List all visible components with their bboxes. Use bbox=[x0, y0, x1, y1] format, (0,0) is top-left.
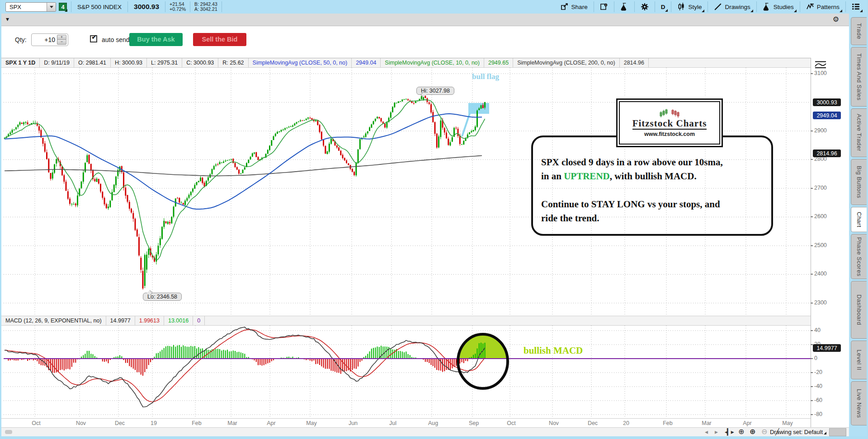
w-pattern-icon bbox=[806, 3, 814, 11]
sma50-label[interactable]: SimpleMovingAvg (CLOSE, 50, 0, no) bbox=[249, 58, 352, 67]
pan-left-icon[interactable]: ◂ bbox=[705, 428, 708, 435]
menu-button[interactable] bbox=[850, 3, 862, 11]
zoom-out-icon[interactable]: ⊖ bbox=[761, 427, 767, 436]
sidebar-tab-times-and-sales[interactable]: Times And Sales bbox=[851, 47, 867, 107]
flask-icon bbox=[763, 3, 771, 11]
time-axis-label: Nov bbox=[544, 420, 564, 426]
sidebar-tab-level-ii[interactable]: Level II bbox=[851, 341, 867, 379]
tests-button[interactable] bbox=[618, 3, 630, 11]
sell-the-bid-button[interactable]: Sell the Bid bbox=[193, 33, 246, 46]
settings-button[interactable] bbox=[639, 3, 651, 11]
sidebar-tab-dashboard[interactable]: Dashboard bbox=[851, 281, 867, 339]
sma200-label[interactable]: SimpleMovingAvg (CLOSE, 200, 0, no) bbox=[513, 58, 620, 67]
index-name: S&P 500 INDEX bbox=[75, 4, 123, 10]
sidebar-tab-phase-scores[interactable]: Phase Scores bbox=[851, 234, 867, 279]
window-border-bottom bbox=[0, 436, 868, 439]
sidebar-tab-live-news[interactable]: Live News bbox=[851, 381, 867, 425]
auto-scale-icon[interactable] bbox=[814, 61, 827, 69]
price-axis-badge: 2949.04 bbox=[813, 112, 841, 119]
time-axis-label: Nov bbox=[71, 420, 91, 426]
axis-tick bbox=[811, 358, 813, 359]
auto-send-checkbox[interactable]: ✔ bbox=[90, 35, 97, 42]
last-price: 3000.93 bbox=[132, 3, 161, 11]
corner-fold-icon bbox=[65, 9, 67, 12]
time-axis-label: May bbox=[302, 420, 321, 426]
time-axis-label: Jun bbox=[343, 420, 363, 426]
time-axis-label: Dec bbox=[110, 420, 130, 426]
axis-tick-label: -80 bbox=[814, 411, 822, 417]
axis-tick-label: -20 bbox=[814, 369, 822, 375]
order-entry-row: Qty: +10 + − ✔ auto send Buy the Ask Sel… bbox=[1, 26, 849, 54]
time-axis-label: Oct bbox=[501, 420, 521, 426]
uptrend-highlight: UPTREND bbox=[564, 171, 610, 182]
patterns-button[interactable]: Patterns bbox=[804, 3, 841, 11]
sidebar-tab-big-buttons[interactable]: Big Buttons bbox=[851, 159, 867, 205]
chevron-down-icon bbox=[50, 6, 53, 8]
axis-tick-label: 2600 bbox=[814, 213, 827, 220]
corner-fold-icon bbox=[702, 9, 704, 12]
axis-tick-label: 0 bbox=[814, 355, 817, 361]
style-button[interactable]: Style bbox=[675, 3, 703, 11]
open-cell: O: 2981.41 bbox=[74, 58, 111, 67]
drawing-set-selector[interactable]: Drawing set: Default bbox=[770, 429, 823, 435]
symbol-value: SPX bbox=[6, 4, 47, 10]
macd-zero-value: 0 bbox=[193, 316, 205, 325]
scroll-nub[interactable] bbox=[5, 430, 12, 434]
corner-fold-icon bbox=[665, 9, 668, 12]
macd-chart-canvas[interactable] bbox=[4, 326, 811, 418]
symbol-combo[interactable]: SPX bbox=[5, 2, 56, 12]
gear-icon[interactable]: ⚙ bbox=[833, 15, 839, 23]
sma10-value: 2949.65 bbox=[484, 58, 513, 67]
macd-study-label[interactable]: MACD (12, 26, 9, EXPONENTIAL, no) bbox=[1, 316, 106, 325]
checkmark-icon: ✔ bbox=[91, 33, 97, 41]
qty-label: Qty: bbox=[15, 36, 27, 43]
axis-tick-label: 2400 bbox=[814, 271, 827, 277]
time-axis-label: Apr bbox=[737, 420, 757, 426]
sidebar-tab-active-trader[interactable]: Active Trader bbox=[851, 108, 867, 157]
time-axis-label: 20 bbox=[616, 420, 636, 426]
sidebar-tab-trade[interactable]: Trade bbox=[851, 17, 867, 45]
linked-group-badge[interactable]: 4 bbox=[59, 3, 67, 11]
time-axis-row[interactable]: OctNovDec19FebMarAprMayJunJulAugSepOctNo… bbox=[1, 418, 811, 427]
flask-icon bbox=[620, 3, 628, 11]
qty-input[interactable]: +10 + − bbox=[31, 33, 68, 46]
top-toolbar: SPX 4 S&P 500 INDEX 3000.93 +21.54 +0.72… bbox=[0, 0, 868, 14]
sidebar-tab-chart[interactable]: Chart bbox=[851, 207, 867, 232]
share-button[interactable]: Share bbox=[559, 3, 590, 11]
gear-icon bbox=[641, 3, 649, 11]
ask-value: A: 3042.21 bbox=[194, 7, 217, 12]
low-cell: L: 2975.31 bbox=[147, 58, 182, 67]
axis-tick bbox=[811, 188, 813, 189]
note-info-icon: i bbox=[600, 3, 608, 11]
zoom-in-icon[interactable]: ⊕ bbox=[750, 427, 755, 436]
bull-flag-annotation[interactable]: bull flag bbox=[472, 72, 499, 81]
time-axis-label: Oct bbox=[26, 420, 46, 426]
axis-tick-label: -40 bbox=[814, 383, 822, 389]
price-axis-badge: 14.9977 bbox=[813, 344, 841, 352]
pan-right-icon[interactable]: ▸ bbox=[715, 428, 718, 435]
axis-tick bbox=[811, 245, 813, 246]
drawings-button[interactable]: Drawings bbox=[712, 3, 752, 11]
axis-tick-label: 2900 bbox=[814, 127, 827, 134]
share-icon bbox=[561, 3, 569, 11]
corner-fold-icon bbox=[860, 9, 863, 12]
time-axis-label: Feb bbox=[187, 420, 207, 426]
qty-decrement-button[interactable]: − bbox=[57, 39, 66, 45]
time-axis-label: Apr bbox=[261, 420, 281, 426]
sma50-value: 2949.04 bbox=[352, 58, 381, 67]
sma10-label[interactable]: SimpleMovingAvg (CLOSE, 10, 0, no) bbox=[381, 58, 484, 67]
pencil-line-icon bbox=[714, 3, 722, 11]
expand-horizontal-icon[interactable]: ◂▎▸ bbox=[725, 428, 733, 435]
buy-the-ask-button[interactable]: Buy the Ask bbox=[129, 33, 183, 46]
analyst-note-box[interactable]: SPX closed 9 days in a row above our 10s… bbox=[531, 135, 773, 236]
timeframe-button[interactable]: D bbox=[659, 4, 667, 10]
notes-button[interactable]: i bbox=[598, 3, 610, 11]
chevron-down-icon[interactable]: ▾ bbox=[6, 15, 9, 23]
bullish-macd-annotation[interactable]: bullish MACD bbox=[524, 345, 583, 356]
axis-tick bbox=[811, 386, 813, 387]
crosshair-icon[interactable]: ⊕ bbox=[738, 427, 744, 436]
studies-button[interactable]: Studies bbox=[761, 3, 796, 11]
corner-fold-icon bbox=[840, 9, 842, 12]
axis-tick bbox=[811, 216, 813, 217]
symbol-dropdown-button[interactable] bbox=[47, 3, 56, 11]
